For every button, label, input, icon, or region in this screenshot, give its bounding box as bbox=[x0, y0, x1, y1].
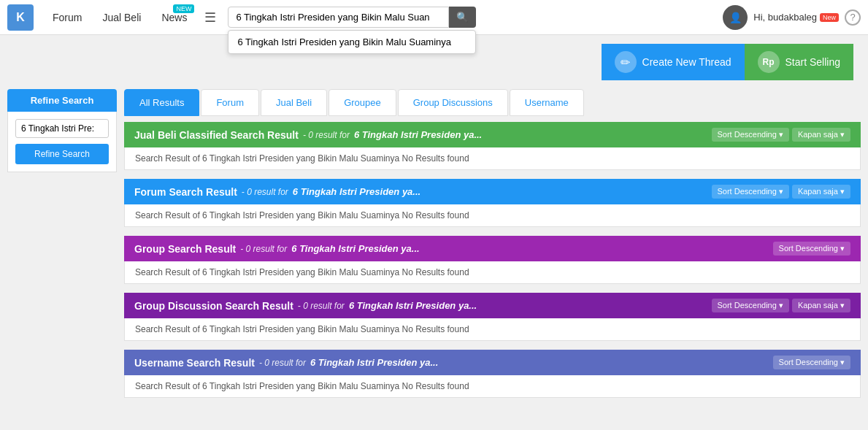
results-container: Jual Beli Classified Search Result- 0 re… bbox=[124, 122, 861, 398]
sidebar: Refine Search Refine Search bbox=[7, 89, 117, 407]
result-term-group: 6 Tingkah Istri Presiden ya... bbox=[291, 243, 419, 254]
sidebar-title: Refine Search bbox=[7, 89, 117, 112]
result-body-jual-beli: Search Result of 6 Tingkah Istri Preside… bbox=[124, 147, 861, 170]
search-area: 🔍 6 Tingkah Istri Presiden yang Bikin Ma… bbox=[228, 7, 476, 28]
result-header-group-discussion: Group Discussion Search Result- 0 result… bbox=[124, 293, 861, 318]
sort-btn-jual-beli[interactable]: Sort Descending ▾ bbox=[712, 128, 789, 142]
search-input[interactable] bbox=[228, 7, 449, 28]
help-icon[interactable]: ? bbox=[845, 9, 861, 26]
tabs: All Results Forum Jual Beli Groupee Grou… bbox=[124, 89, 861, 116]
user-info: Hi, budakbaleg New bbox=[753, 12, 839, 23]
tab-groupee[interactable]: Groupee bbox=[329, 89, 396, 116]
result-term-username: 6 Tingkah Istri Presiden ya... bbox=[310, 357, 438, 368]
avatar: 👤 bbox=[723, 5, 748, 30]
hamburger-button[interactable]: ☰ bbox=[197, 9, 223, 26]
sidebar-search-input[interactable] bbox=[15, 119, 109, 138]
kapan-btn-jual-beli[interactable]: Kapan saja ▾ bbox=[792, 128, 850, 142]
result-zero-jual-beli: - 0 result for bbox=[303, 130, 350, 140]
result-section-username: Username Search Result- 0 result for 6 T… bbox=[124, 350, 861, 398]
main-layout: Refine Search Refine Search All Results … bbox=[0, 89, 868, 414]
result-title-jual-beli: Jual Beli Classified Search Result bbox=[134, 129, 299, 141]
result-body-username: Search Result of 6 Tingkah Istri Preside… bbox=[124, 375, 861, 398]
result-section-jual-beli: Jual Beli Classified Search Result- 0 re… bbox=[124, 122, 861, 170]
tab-username[interactable]: Username bbox=[510, 89, 584, 116]
kapan-btn-forum[interactable]: Kapan saja ▾ bbox=[792, 185, 850, 199]
result-zero-group-discussion: - 0 result for bbox=[298, 301, 345, 311]
tab-group-discussions[interactable]: Group Discussions bbox=[398, 89, 508, 116]
result-title-forum: Forum Search Result bbox=[134, 186, 237, 198]
search-button[interactable]: 🔍 bbox=[449, 7, 476, 28]
news-badge: NEW bbox=[173, 4, 194, 13]
result-term-forum: 6 Tingkah Istri Presiden ya... bbox=[293, 186, 420, 197]
result-title-username: Username Search Result bbox=[134, 357, 255, 369]
sell-icon: Rp bbox=[758, 51, 780, 73]
create-thread-button[interactable]: ✏ Create New Thread bbox=[602, 44, 745, 80]
result-header-username: Username Search Result- 0 result for 6 T… bbox=[124, 350, 861, 375]
sort-btn-forum[interactable]: Sort Descending ▾ bbox=[712, 185, 789, 199]
sort-btn-group-discussion[interactable]: Sort Descending ▾ bbox=[712, 299, 789, 312]
tab-jual-beli[interactable]: Jual Beli bbox=[261, 89, 327, 116]
header: K Forum Jual Beli News NEW ☰ 🔍 6 Tingkah… bbox=[0, 0, 868, 35]
result-body-group-discussion: Search Result of 6 Tingkah Istri Preside… bbox=[124, 318, 861, 341]
search-dropdown: 6 Tingkah Istri Presiden yang Bikin Malu… bbox=[228, 30, 476, 54]
sidebar-body: Refine Search bbox=[7, 112, 117, 172]
tab-forum[interactable]: Forum bbox=[201, 89, 259, 116]
result-header-group: Group Search Result- 0 result for 6 Ting… bbox=[124, 236, 861, 261]
sort-btn-group[interactable]: Sort Descending ▾ bbox=[773, 242, 850, 256]
result-term-jual-beli: 6 Tingkah Istri Presiden ya... bbox=[354, 129, 482, 140]
result-section-group: Group Search Result- 0 result for 6 Ting… bbox=[124, 236, 861, 284]
result-body-group: Search Result of 6 Tingkah Istri Preside… bbox=[124, 261, 861, 284]
result-section-group-discussion: Group Discussion Search Result- 0 result… bbox=[124, 293, 861, 341]
result-header-jual-beli: Jual Beli Classified Search Result- 0 re… bbox=[124, 122, 861, 147]
result-header-forum: Forum Search Result- 0 result for 6 Ting… bbox=[124, 179, 861, 204]
header-right: 👤 Hi, budakbaleg New ? bbox=[723, 5, 861, 30]
result-title-group: Group Search Result bbox=[134, 243, 236, 255]
logo[interactable]: K bbox=[7, 4, 34, 31]
search-suggestion[interactable]: 6 Tingkah Istri Presiden yang Bikin Malu… bbox=[228, 31, 475, 53]
result-section-forum: Forum Search Result- 0 result for 6 Ting… bbox=[124, 179, 861, 227]
result-title-group-discussion: Group Discussion Search Result bbox=[134, 300, 293, 312]
start-selling-button[interactable]: Rp Start Selling bbox=[745, 44, 853, 80]
nav-news[interactable]: News NEW bbox=[151, 0, 197, 35]
refine-search-button[interactable]: Refine Search bbox=[15, 144, 109, 164]
result-term-group-discussion: 6 Tingkah Istri Presiden ya... bbox=[349, 300, 477, 311]
user-new-badge: New bbox=[820, 13, 839, 22]
nav-jual-beli[interactable]: Jual Beli bbox=[92, 0, 151, 35]
nav-forum[interactable]: Forum bbox=[42, 0, 92, 35]
kapan-btn-group-discussion[interactable]: Kapan saja ▾ bbox=[792, 299, 850, 312]
result-zero-username: - 0 result for bbox=[259, 358, 306, 368]
result-zero-group: - 0 result for bbox=[240, 244, 287, 254]
create-icon: ✏ bbox=[615, 51, 637, 73]
content-area: All Results Forum Jual Beli Groupee Grou… bbox=[124, 89, 861, 407]
result-zero-forum: - 0 result for bbox=[242, 187, 288, 197]
sort-btn-username[interactable]: Sort Descending ▾ bbox=[773, 356, 850, 369]
tab-all-results[interactable]: All Results bbox=[124, 89, 199, 116]
result-body-forum: Search Result of 6 Tingkah Istri Preside… bbox=[124, 204, 861, 227]
